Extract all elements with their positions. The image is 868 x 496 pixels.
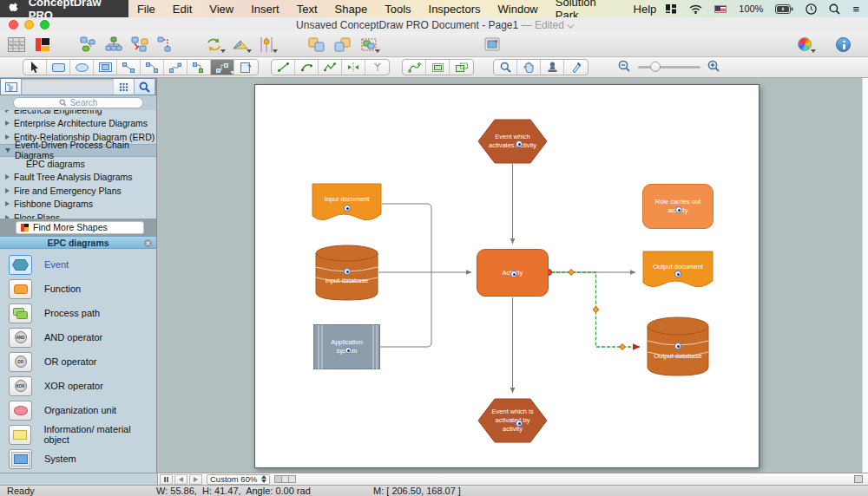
shape-item-or-operator[interactable]: OR OR operator xyxy=(0,349,156,374)
category-event-driven-process-chain[interactable]: Event-Driven Process Chain Diagrams xyxy=(0,144,156,158)
category-floor-plans[interactable]: Floor Plans xyxy=(0,211,156,219)
pause-pages-button[interactable] xyxy=(160,474,173,485)
node-output-database[interactable]: Output database xyxy=(647,317,709,376)
title-chevron-icon[interactable] xyxy=(567,21,574,28)
menu-view[interactable]: View xyxy=(201,0,242,17)
node-output-document[interactable]: Output document xyxy=(642,251,713,292)
disclosure-icon[interactable] xyxy=(5,121,10,126)
previous-page-button[interactable] xyxy=(174,474,187,485)
rotate-shape-icon[interactable] xyxy=(205,36,224,53)
group-shapes-icon[interactable] xyxy=(359,36,378,53)
category-fishbone[interactable]: Fishbone Diagrams xyxy=(0,198,156,212)
notification-center-icon[interactable]: ≡ xyxy=(852,3,859,16)
horizontal-scrollbar[interactable] xyxy=(296,473,854,486)
shape-item-process-path[interactable]: Process path xyxy=(0,301,156,325)
search-input[interactable]: Search xyxy=(13,97,143,108)
menu-inspectors[interactable]: Inspectors xyxy=(420,0,490,17)
node-input-document[interactable]: Input document xyxy=(312,183,382,225)
connector-midpoint-handle[interactable] xyxy=(620,344,626,350)
zoom-tool[interactable] xyxy=(494,60,517,75)
clock-icon[interactable] xyxy=(806,3,817,15)
dropdown-caret-icon[interactable] xyxy=(273,49,278,53)
selected-connector[interactable] xyxy=(546,270,640,350)
disclosure-icon[interactable] xyxy=(5,215,10,219)
hyperlink-badge-icon[interactable] xyxy=(516,420,523,427)
connector-midpoint-handle[interactable] xyxy=(593,307,599,313)
tree-layout-icon[interactable] xyxy=(104,36,123,53)
grid-view-button[interactable] xyxy=(114,79,135,95)
presentation-mode-icon[interactable] xyxy=(483,36,502,53)
spray-tool[interactable] xyxy=(365,60,389,75)
stamp-tool[interactable] xyxy=(541,60,564,75)
shape-item-event[interactable]: Event xyxy=(0,252,156,277)
epc-panel-header[interactable]: EPC diagrams ✕ xyxy=(0,236,156,249)
polyline-tool[interactable] xyxy=(319,60,342,75)
menu-solution-park[interactable]: Solution Park xyxy=(547,0,625,17)
disclosure-icon[interactable] xyxy=(5,110,10,113)
crop-tool[interactable] xyxy=(426,60,450,75)
round-connector-tool[interactable] xyxy=(187,60,211,75)
eyedropper-tool[interactable] xyxy=(564,60,588,75)
battery-icon[interactable] xyxy=(775,4,793,14)
dropdown-caret-icon[interactable] xyxy=(375,49,380,53)
hyperlink-badge-icon[interactable] xyxy=(345,347,352,354)
category-fire-emergency[interactable]: Fire and Emergency Plans xyxy=(0,184,156,198)
zoom-level-dropdown[interactable]: Custom 60% xyxy=(207,474,270,485)
hyperlink-badge-icon[interactable] xyxy=(344,205,351,212)
reroute-connectors-icon[interactable] xyxy=(156,36,175,53)
shape-item-xor-operator[interactable]: XOR XOR operator xyxy=(0,374,156,398)
arc-tool[interactable] xyxy=(295,60,319,75)
zoom-slider-thumb[interactable] xyxy=(650,62,661,72)
zoom-out-button[interactable] xyxy=(618,60,631,75)
wifi-icon[interactable] xyxy=(689,4,702,14)
page-tabs[interactable] xyxy=(275,475,296,483)
disclosure-icon[interactable] xyxy=(5,201,10,206)
smart-connector-tool-selected[interactable] xyxy=(211,60,234,75)
menu-text[interactable]: Text xyxy=(288,0,326,17)
document-page[interactable]: Event which activates Activity Input doc… xyxy=(254,84,760,468)
find-more-shapes-button[interactable]: Find More Shapes xyxy=(16,221,144,234)
close-panel-icon[interactable]: ✕ xyxy=(144,239,152,247)
edited-state[interactable]: Edited xyxy=(535,19,564,31)
spotlight-search-icon[interactable] xyxy=(829,3,840,15)
sidebar-filter-field[interactable] xyxy=(22,79,114,95)
input-language-flag-icon[interactable] xyxy=(714,5,727,13)
vertical-scrollbar[interactable] xyxy=(862,78,868,473)
hyperlink-badge-icon[interactable] xyxy=(516,140,523,147)
menu-edit[interactable]: Edit xyxy=(164,0,201,17)
ellipse-tool[interactable] xyxy=(70,60,94,75)
hyperlink-badge-icon[interactable] xyxy=(344,268,351,275)
disclosure-icon[interactable] xyxy=(5,148,10,153)
shape-item-organization-unit[interactable]: Organization unit xyxy=(0,398,156,422)
shape-item-function[interactable]: Function xyxy=(0,277,156,301)
node-event-activated-by[interactable]: Event which is activated by activity xyxy=(477,398,548,443)
shape-table-icon[interactable] xyxy=(7,36,26,53)
bezier-connector-tool[interactable] xyxy=(164,60,187,75)
select-tool[interactable] xyxy=(23,60,47,75)
node-input-database[interactable]: Input database xyxy=(315,245,378,301)
send-backward-icon[interactable] xyxy=(333,36,352,53)
distribute-shapes-icon[interactable] xyxy=(257,36,276,53)
menu-file[interactable]: File xyxy=(128,0,164,17)
node-role-carries-out[interactable]: Role carries out activity xyxy=(642,184,713,229)
drawing-canvas[interactable]: Event which activates Activity Input doc… xyxy=(157,78,862,473)
menu-window[interactable]: Window xyxy=(490,0,547,17)
category-electrical-engineering[interactable]: Electrical Engineering xyxy=(0,110,156,117)
bring-forward-icon[interactable] xyxy=(307,36,326,53)
mirror-tool[interactable] xyxy=(342,60,365,75)
zoom-slider[interactable] xyxy=(638,66,700,69)
hyperlink-badge-icon[interactable] xyxy=(674,271,681,277)
shape-item-system[interactable]: System xyxy=(0,447,156,471)
dropdown-caret-icon[interactable] xyxy=(247,49,252,53)
flip-shape-icon[interactable] xyxy=(231,36,250,53)
node-event-activates[interactable]: Event which activates Activity xyxy=(477,119,548,164)
inspector-info-icon[interactable] xyxy=(833,36,852,53)
arc-connector-tool[interactable] xyxy=(141,60,164,75)
disclosure-icon[interactable] xyxy=(5,134,10,140)
sidebar-search-button[interactable] xyxy=(135,79,155,95)
menu-insert[interactable]: Insert xyxy=(242,0,288,17)
hyperlink-badge-icon[interactable] xyxy=(510,271,517,277)
next-page-button[interactable] xyxy=(189,474,202,485)
dropdown-caret-icon[interactable] xyxy=(811,49,816,53)
hyperlink-badge-icon[interactable] xyxy=(674,343,681,349)
